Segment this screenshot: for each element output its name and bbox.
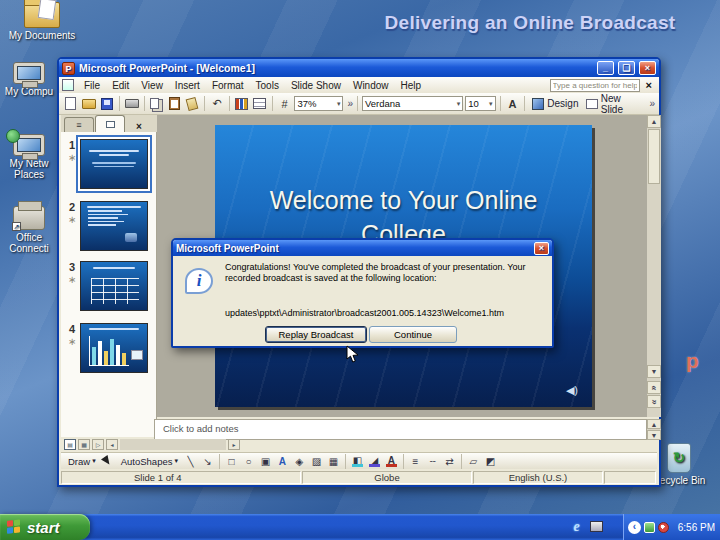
scroll-up-icon[interactable]: ▲ bbox=[647, 115, 661, 128]
office-connect-icon: ↗ bbox=[13, 206, 45, 230]
tab-outline[interactable]: ≡ bbox=[64, 117, 94, 132]
slide-sorter-view-button[interactable]: ▦ bbox=[78, 439, 90, 450]
menu-window[interactable]: Window bbox=[347, 79, 395, 92]
save-icon[interactable] bbox=[99, 96, 115, 112]
menu-insert[interactable]: Insert bbox=[169, 79, 206, 92]
oval-icon[interactable]: ○ bbox=[241, 454, 256, 469]
scroll-right-icon[interactable]: ▸ bbox=[228, 439, 240, 450]
show-grid-icon[interactable]: # bbox=[277, 96, 293, 112]
line-icon[interactable]: ╲ bbox=[183, 454, 198, 469]
dialog-title: Microsoft PowerPoint bbox=[176, 243, 279, 254]
diagram-icon[interactable]: ◈ bbox=[292, 454, 307, 469]
messenger-tray-icon[interactable] bbox=[644, 522, 655, 533]
font-combo[interactable]: Verdana ▾ bbox=[362, 96, 463, 111]
horizontal-scrollbar[interactable] bbox=[120, 439, 226, 450]
zoom-combo[interactable]: 37% ▾ bbox=[294, 96, 343, 111]
icon-label: Connecti bbox=[0, 243, 58, 254]
dialog-titlebar[interactable]: Microsoft PowerPoint × bbox=[173, 240, 552, 256]
menu-file[interactable]: File bbox=[78, 79, 106, 92]
minimize-button[interactable]: _ bbox=[597, 61, 614, 75]
tray-chevron-icon[interactable]: ‹ bbox=[628, 521, 641, 534]
format-painter-icon[interactable] bbox=[184, 96, 200, 112]
start-button[interactable]: start bbox=[0, 514, 90, 540]
dialog-close-icon[interactable]: × bbox=[534, 242, 549, 255]
dash-style-icon[interactable]: ╌ bbox=[425, 454, 440, 469]
line-style-icon[interactable]: ≡ bbox=[408, 454, 423, 469]
notes-pane[interactable]: Click to add notes bbox=[154, 419, 647, 440]
document-close-icon[interactable]: × bbox=[640, 79, 656, 91]
draw-menu-button[interactable]: Draw▾ bbox=[65, 454, 99, 469]
menu-tools[interactable]: Tools bbox=[250, 79, 285, 92]
arrow-style-icon[interactable]: ⇄ bbox=[442, 454, 457, 469]
next-slide-button[interactable]: « bbox=[647, 395, 661, 408]
design-button[interactable]: Design bbox=[529, 98, 581, 110]
internet-explorer-icon[interactable]: e bbox=[568, 518, 585, 535]
scroll-left-icon[interactable]: ◂ bbox=[106, 439, 118, 450]
word-art-icon[interactable]: A bbox=[275, 454, 290, 469]
icon-label: My Documents bbox=[2, 30, 82, 41]
desktop-icon-my-documents[interactable]: My Documents bbox=[2, 2, 82, 41]
normal-view-button[interactable]: ▤ bbox=[64, 439, 76, 450]
3d-style-icon[interactable]: ◩ bbox=[483, 454, 498, 469]
insert-table-icon[interactable] bbox=[252, 96, 268, 112]
arrow-icon[interactable]: ↘ bbox=[200, 454, 215, 469]
slide-show-button[interactable]: ▷ bbox=[92, 439, 104, 450]
quick-launch-app-icon[interactable] bbox=[588, 518, 605, 535]
font-size-combo[interactable]: 10 ▾ bbox=[465, 96, 495, 111]
close-pane-icon[interactable]: × bbox=[136, 121, 142, 132]
clip-art-icon[interactable]: ▨ bbox=[309, 454, 324, 469]
vertical-scrollbar[interactable]: ▲ ▼ « « bbox=[647, 115, 661, 417]
menu-slide-show[interactable]: Slide Show bbox=[285, 79, 347, 92]
menu-format[interactable]: Format bbox=[206, 79, 250, 92]
font-color-icon[interactable]: A bbox=[384, 455, 399, 467]
copy-icon[interactable] bbox=[148, 96, 164, 112]
scrollbar-thumb[interactable] bbox=[648, 129, 660, 184]
window-titlebar[interactable]: P Microsoft PowerPoint - [Welcome1] _ ❏ … bbox=[59, 59, 659, 77]
toolbar-more-icon[interactable]: » bbox=[650, 98, 656, 109]
tray-app-icon[interactable] bbox=[658, 522, 669, 533]
rectangle-icon[interactable]: □ bbox=[224, 454, 239, 469]
menu-help[interactable]: Help bbox=[395, 79, 428, 92]
new-slide-button[interactable]: New Slide bbox=[583, 93, 645, 115]
previous-slide-button[interactable]: « bbox=[647, 381, 661, 394]
desktop-icon-my-network-places[interactable]: My Netw Places bbox=[0, 134, 58, 180]
picture-icon[interactable]: ▦ bbox=[326, 454, 341, 469]
menu-view[interactable]: View bbox=[135, 79, 169, 92]
insert-chart-icon[interactable] bbox=[234, 96, 250, 112]
speaker-icon[interactable]: ◀) bbox=[566, 384, 578, 397]
undo-icon[interactable]: ↶ bbox=[209, 96, 225, 112]
chart-thumbnail bbox=[89, 336, 129, 366]
menu-edit[interactable]: Edit bbox=[106, 79, 135, 92]
continue-button[interactable]: Continue bbox=[369, 326, 457, 343]
close-button[interactable]: × bbox=[639, 61, 656, 75]
desktop-icon-office-connect[interactable]: ↗ Office Connecti bbox=[0, 206, 58, 254]
toolbar-more-icon[interactable]: » bbox=[347, 98, 353, 109]
help-question-input[interactable] bbox=[550, 79, 640, 92]
slide-thumbnail-3[interactable] bbox=[80, 261, 148, 311]
increase-font-size-icon[interactable]: A bbox=[505, 96, 521, 112]
scroll-down-icon[interactable]: ▼ bbox=[647, 430, 661, 440]
new-icon[interactable] bbox=[63, 96, 79, 112]
select-arrow-icon[interactable] bbox=[101, 454, 116, 469]
line-color-icon[interactable]: ◢ bbox=[367, 455, 382, 467]
desktop-icon-my-computer[interactable]: My Compu bbox=[0, 62, 58, 97]
slide-thumbnail-4[interactable] bbox=[80, 323, 148, 373]
shadow-style-icon[interactable]: ▱ bbox=[466, 454, 481, 469]
paste-icon[interactable] bbox=[166, 96, 182, 112]
fill-color-icon[interactable]: ◧ bbox=[350, 455, 365, 467]
scroll-down-icon[interactable]: ▼ bbox=[647, 365, 661, 378]
autoshapes-menu-button[interactable]: AutoShapes▾ bbox=[118, 454, 181, 469]
slide-thumbnail-2[interactable] bbox=[80, 201, 148, 251]
open-icon[interactable] bbox=[81, 96, 97, 112]
replay-broadcast-button[interactable]: Replay Broadcast bbox=[265, 326, 367, 343]
animation-star-icon: ∗ bbox=[65, 214, 79, 225]
slide-thumbnail-1[interactable] bbox=[80, 139, 148, 189]
restore-button[interactable]: ❏ bbox=[618, 61, 635, 75]
my-computer-icon bbox=[13, 62, 45, 84]
notes-scrollbar[interactable]: ▲ ▼ bbox=[647, 419, 661, 440]
status-slide-indicator: Slide 1 of 4 bbox=[61, 471, 301, 484]
print-icon[interactable] bbox=[124, 96, 140, 112]
text-box-icon[interactable]: ▣ bbox=[258, 454, 273, 469]
scroll-up-icon[interactable]: ▲ bbox=[647, 419, 661, 429]
tab-slides[interactable] bbox=[95, 115, 125, 132]
